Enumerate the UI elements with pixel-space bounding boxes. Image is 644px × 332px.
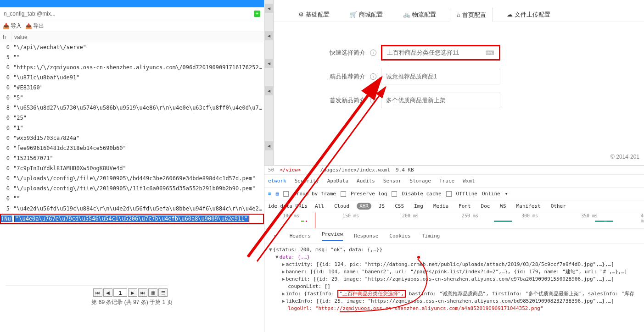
collapse-arrow-icon[interactable]: ◀ [265,141,273,150]
fast-info-input[interactable]: 上百种商品分类任您选择11 ⌨ [381,45,500,61]
table-row[interactable]: 0"" [0,194,264,204]
table-row[interactable]: 0"7c9pTnIuYdkl8IAMHB0Xw50ogK8UVe4d" [0,163,264,173]
kbd-icon: ⌨ [486,50,494,56]
filter-xhr[interactable]: XHR [357,203,371,210]
table-row[interactable]: 0"1" [0,123,264,133]
table-header: h value [0,32,264,42]
tab-preview[interactable]: Preview [322,231,343,241]
devtools-tab[interactable]: Trace [439,178,454,184]
col-h[interactable]: h [0,32,11,42]
next-page-button[interactable]: ▶ [128,288,137,297]
table-row[interactable]: 0"\/api\/wechat\/serve" [0,42,264,52]
preserve-log-checkbox[interactable] [341,191,346,197]
tab-headers[interactable]: Headers [290,233,311,239]
devtools-tab[interactable]: Wxml [463,178,475,184]
file-path: /pages/index/index.wxml [320,167,390,173]
devtools-tab[interactable]: Sensor [383,178,402,184]
filter-font[interactable]: Font [456,203,474,210]
config-tab[interactable]: ⚙ 基础配置 [292,7,336,22]
new-product-input[interactable]: 多个优质商品最新上架 [381,93,500,108]
collapse-arrow-icon[interactable]: ◀ [265,86,273,95]
copyright-text: © 2014-201 [610,154,639,160]
config-tab[interactable]: 🛒 商城配置 [343,7,389,22]
table-row[interactable]: 0"wx593d15703ca7824a" [0,133,264,143]
collapse-arrow-icon[interactable]: ◀ [265,31,273,40]
waterfall-bar [604,221,607,222]
filter-ws[interactable]: WS [497,203,509,210]
tab-icon: 🚲 [403,11,410,18]
table-row[interactable]: 0"5" [0,93,264,103]
config-tab[interactable]: ⌂ 首页配置 [450,8,493,22]
disable-cache-checkbox[interactable] [392,191,397,197]
view-icon[interactable]: ≡ [268,191,271,197]
hide-data-urls[interactable]: ide data URLs [268,203,308,209]
table-row[interactable]: 0"25" [0,113,264,123]
table-row[interactable]: 0"\/uploads\/config\/file\/20190905\/11f… [0,183,264,194]
filter-js[interactable]: JS [376,203,387,210]
network-waterfall[interactable]: 100 ms150 ms200 ms250 ms300 ms350 ms400 … [264,212,644,229]
info-icon[interactable]: i [370,97,376,104]
group-by-frame-checkbox[interactable] [283,191,289,197]
devtools-tab[interactable]: Audits [357,178,375,184]
form-label: 精品推荐简介 [310,72,365,81]
waterfall-tick: 100 ms [283,213,299,218]
page-number-input[interactable] [113,288,127,297]
table-row[interactable]: 0"fee9696160481dc2318eb14ce5690b60" [0,143,264,153]
filter-cloud[interactable]: Cloud [331,203,352,210]
devtools-tab[interactable]: Security [295,178,319,184]
devtools-tabs: etworkSecurityAppDataAuditsSensorStorage… [264,175,644,188]
filter-manifest[interactable]: Manifest [514,203,543,210]
col-value[interactable]: value [11,32,264,42]
tab-cookies[interactable]: Cookies [389,233,410,239]
db-tab[interactable]: n_config_tab @mix... [4,11,56,17]
json-preview[interactable]: ▼{status: 200, msg: "ok", data: {,…}} ▼d… [264,243,644,315]
db-viewer-panel: n_config_tab @mix... + 📥 导入 📤 导出 h value… [0,0,264,332]
filter-img[interactable]: Img [411,203,426,210]
table-row[interactable]: 8"\u6536\u8d27\u5730\u5740\u586b\u9519\u… [0,103,264,113]
info-icon[interactable]: i [370,73,376,80]
import-button[interactable]: 📥 导入 [3,22,22,30]
filter-all[interactable]: All [312,203,327,210]
tab-timing[interactable]: Timing [422,233,440,239]
info-icon[interactable]: i [370,50,376,56]
tab-response[interactable]: Response [354,233,378,239]
grid-view-button[interactable]: ▦ [148,288,157,297]
filter-doc[interactable]: Doc [478,203,493,210]
table-row[interactable]: 0"\u871c\u8baf\u4e91" [0,72,264,83]
table-row[interactable]: 5"\u4e2d\u56fd\u519c\u884c\r\n\u4e2d\u56… [0,204,264,214]
table-row[interactable]: 5"" [0,52,264,62]
chevron-down-icon[interactable]: ▾ [505,191,508,197]
devtools-tab[interactable]: AppData [327,178,348,184]
offline-checkbox[interactable] [446,191,452,197]
table-row[interactable]: 0"\/uploads\/config\/file\/20190905\/bd4… [0,173,264,183]
prev-page-button[interactable]: ◀ [103,288,112,297]
devtools-tab[interactable]: Storage [410,178,431,184]
close-icon[interactable]: × [274,233,277,239]
devtools-tab[interactable]: etwork [268,178,286,184]
form-label: 快速选择简介 [310,49,365,57]
form-view-button[interactable]: ☰ [158,288,168,297]
waterfall-cursor [315,212,315,228]
first-page-button[interactable]: ⏮ [93,288,102,297]
add-tab-button[interactable]: + [254,11,260,17]
collapse-arrow-icon[interactable]: ◀ [265,4,273,13]
config-tab[interactable]: 🚲 物流配置 [397,7,442,22]
table-row[interactable]: 0"1521567071" [0,153,264,163]
filter-css[interactable]: CSS [392,203,407,210]
table-row[interactable]: 0"#E83160" [0,83,264,93]
config-tab[interactable]: ☁ 文件上传配置 [500,7,557,22]
filter-other[interactable]: Other [548,203,569,210]
table-row[interactable]: 0"https:\/\/zqmiyuoos.oss-cn-shenzhen.al… [0,62,264,72]
config-tabs: ⚙ 基础配置🛒 商城配置🚲 物流配置⌂ 首页配置☁ 文件上传配置 [274,0,644,22]
filter-icon[interactable]: ▤ [276,191,279,197]
status-bar: 第 69 条记录 (共 97 条) 于第 1 页 [0,299,264,306]
waterfall-tick: 200 ms [402,213,419,218]
filter-media[interactable]: Media [431,203,451,210]
tab-icon: ⌂ [457,11,460,18]
last-page-button[interactable]: ⏭ [138,288,147,297]
recommend-input[interactable]: 诚意推荐品质商品1 [381,69,500,84]
table-row-selected[interactable]: (Null)"\u4e0a\u767e\u79cd\u5546\u54c1\u5… [0,214,264,224]
collapse-arrow-icon[interactable]: ◀ [265,59,273,68]
import-icon: 📥 [3,23,10,29]
export-button[interactable]: 📤 导出 [25,22,44,30]
